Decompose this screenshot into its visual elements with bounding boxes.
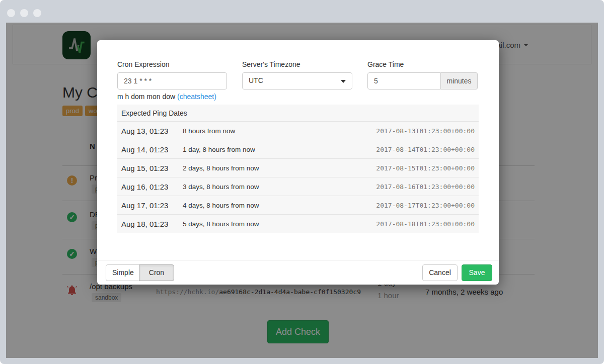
ping-relative-time: 8 hours from now xyxy=(183,127,376,135)
ping-date: Aug 17, 01:23 xyxy=(121,201,183,210)
ping-iso-timestamp: 2017-08-18T01:23:00+00:00 xyxy=(376,220,475,228)
cron-expression-input[interactable] xyxy=(117,72,227,89)
ping-iso-timestamp: 2017-08-14T01:23:00+00:00 xyxy=(376,146,475,153)
ping-table-header: Expected Ping Dates xyxy=(117,105,479,121)
cheatsheet-link[interactable]: (cheatsheet) xyxy=(177,93,216,101)
schedule-dialog: Cron Expression m h dom mon dow (cheatsh… xyxy=(97,40,499,285)
ping-relative-time: 2 days, 8 hours from now xyxy=(183,164,376,172)
ping-date: Aug 16, 01:23 xyxy=(121,183,183,191)
ping-date: Aug 14, 01:23 xyxy=(121,145,183,154)
cron-mode-button[interactable]: Cron xyxy=(139,264,174,281)
ping-date: Aug 13, 01:23 xyxy=(121,127,183,135)
cancel-button[interactable]: Cancel xyxy=(422,264,458,281)
dialog-footer: Simple Cron Cancel Save xyxy=(97,260,499,285)
ping-iso-timestamp: 2017-08-16T01:23:00+00:00 xyxy=(376,183,475,191)
timezone-label: Server's Timezone xyxy=(242,60,352,68)
grace-time-label: Grace Time xyxy=(367,60,478,68)
ping-date-row: Aug 17, 01:23 4 days, 8 hours from now 2… xyxy=(117,196,479,214)
timezone-select[interactable]: UTC xyxy=(242,72,352,89)
ping-date-row: Aug 18, 01:23 5 days, 8 hours from now 2… xyxy=(117,214,479,233)
ping-relative-time: 5 days, 8 hours from now xyxy=(183,220,376,228)
grace-time-input[interactable] xyxy=(367,72,441,89)
window-minimize-button[interactable] xyxy=(20,9,28,17)
timezone-selected-value: UTC xyxy=(249,76,263,84)
ping-relative-time: 4 days, 8 hours from now xyxy=(183,202,376,209)
cron-help-fields: m h dom mon dow xyxy=(117,93,177,101)
expected-ping-dates-table: Expected Ping Dates Aug 13, 01:23 8 hour… xyxy=(117,105,479,233)
window-maximize-button[interactable] xyxy=(33,9,41,17)
ping-date: Aug 18, 01:23 xyxy=(121,220,183,228)
ping-date-row: Aug 15, 01:23 2 days, 8 hours from now 2… xyxy=(117,158,479,177)
window-close-button[interactable] xyxy=(7,9,15,17)
save-button[interactable]: Save xyxy=(462,264,492,281)
ping-iso-timestamp: 2017-08-13T01:23:00+00:00 xyxy=(376,127,475,135)
ping-relative-time: 3 days, 8 hours from now xyxy=(183,183,376,191)
grace-unit-addon: minutes xyxy=(441,72,478,89)
ping-date-row: Aug 16, 01:23 3 days, 8 hours from now 2… xyxy=(117,177,479,196)
window-controls xyxy=(7,9,41,17)
chevron-down-icon xyxy=(341,80,346,83)
ping-iso-timestamp: 2017-08-15T01:23:00+00:00 xyxy=(376,164,475,172)
ping-date-row: Aug 14, 01:23 1 day, 8 hours from now 20… xyxy=(117,140,479,158)
ping-date: Aug 15, 01:23 xyxy=(121,164,183,172)
ping-iso-timestamp: 2017-08-17T01:23:00+00:00 xyxy=(376,202,475,209)
simple-mode-button[interactable]: Simple xyxy=(106,264,139,281)
cron-expression-label: Cron Expression xyxy=(117,60,227,68)
cron-help-text: m h dom mon dow (cheatsheet) xyxy=(117,93,227,101)
ping-relative-time: 1 day, 8 hours from now xyxy=(183,146,376,153)
ping-date-row: Aug 13, 01:23 8 hours from now 2017-08-1… xyxy=(117,121,479,140)
browser-window: ail.com My C prod work N ! Pr pr ✓ DB pr… xyxy=(0,0,604,364)
